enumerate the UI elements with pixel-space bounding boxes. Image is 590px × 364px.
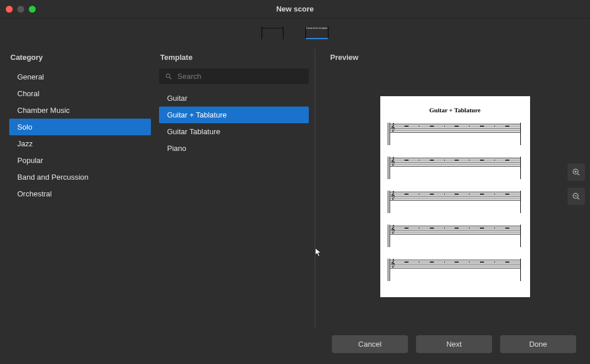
template-item[interactable]: Guitar Tablature — [159, 123, 309, 140]
tab-choose-instruments[interactable]: Choose instruments — [262, 26, 283, 39]
zoom-out-button[interactable] — [568, 188, 585, 205]
staff-system: 𝄞 — [389, 191, 521, 213]
minimize-window-button[interactable] — [17, 6, 24, 13]
notation-staff: 𝄞 — [389, 157, 521, 166]
search-input[interactable] — [177, 72, 303, 81]
notation-staff: 𝄞 — [389, 123, 521, 132]
preview-viewport: Guitar + Tablature 𝄞𝄞𝄞𝄞𝄞 — [329, 69, 581, 344]
template-column: Template GuitarGuitar + TablatureGuitar … — [157, 48, 315, 328]
tab-create-from-template[interactable]: Create from template — [305, 26, 328, 39]
tablature-staff — [389, 166, 521, 179]
category-item[interactable]: Solo — [9, 119, 151, 135]
tablature-staff — [389, 268, 521, 281]
template-heading: Template — [160, 53, 309, 62]
staff-system: 𝄞 — [389, 259, 521, 281]
close-window-button[interactable] — [6, 6, 13, 13]
notation-staff: 𝄞 — [389, 225, 521, 234]
category-item[interactable]: Band and Percussion — [9, 169, 151, 185]
staff-system: 𝄞 — [389, 157, 521, 179]
window-title: New score — [0, 5, 590, 13]
search-box[interactable] — [159, 69, 309, 84]
category-item[interactable]: Orchestral — [9, 185, 151, 202]
category-list: GeneralChoralChamber MusicSoloJazzPopula… — [9, 69, 154, 202]
category-item[interactable]: Jazz — [9, 135, 151, 152]
template-item[interactable]: Guitar + Tablature — [159, 107, 309, 123]
staff-system: 𝄞 — [389, 123, 521, 145]
notation-staff: 𝄞 — [389, 259, 521, 268]
svg-line-5 — [577, 198, 579, 199]
svg-line-1 — [577, 173, 579, 175]
zoom-in-icon — [572, 168, 581, 177]
tablature-staff — [389, 200, 521, 213]
template-list: GuitarGuitar + TablatureGuitar Tablature… — [159, 90, 309, 157]
preview-column: Preview Guitar + Tablature 𝄞𝄞𝄞𝄞𝄞 — [327, 48, 583, 328]
template-item[interactable]: Guitar — [159, 90, 309, 107]
mode-tabs: Choose instruments Create from template — [0, 18, 590, 45]
zoom-controls — [568, 164, 585, 205]
category-item[interactable]: Popular — [9, 152, 151, 169]
preview-heading: Preview — [330, 53, 581, 62]
template-item[interactable]: Piano — [159, 140, 309, 157]
tablature-staff — [389, 234, 521, 247]
category-item[interactable]: Chamber Music — [9, 102, 151, 119]
notation-staff: 𝄞 — [389, 191, 521, 200]
zoom-out-icon — [572, 192, 581, 201]
maximize-window-button[interactable] — [29, 6, 36, 13]
search-icon — [165, 73, 173, 81]
category-heading: Category — [10, 53, 154, 62]
category-column: Category GeneralChoralChamber MusicSoloJ… — [7, 48, 157, 328]
score-title: Guitar + Tablature — [389, 107, 521, 113]
window-controls — [6, 6, 36, 13]
category-item[interactable]: General — [9, 69, 151, 85]
staff-system: 𝄞 — [389, 225, 521, 247]
titlebar: New score — [0, 0, 590, 18]
category-item[interactable]: Choral — [9, 85, 151, 102]
tablature-staff — [389, 132, 521, 145]
zoom-in-button[interactable] — [568, 164, 585, 181]
score-page: Guitar + Tablature 𝄞𝄞𝄞𝄞𝄞 — [380, 96, 530, 297]
